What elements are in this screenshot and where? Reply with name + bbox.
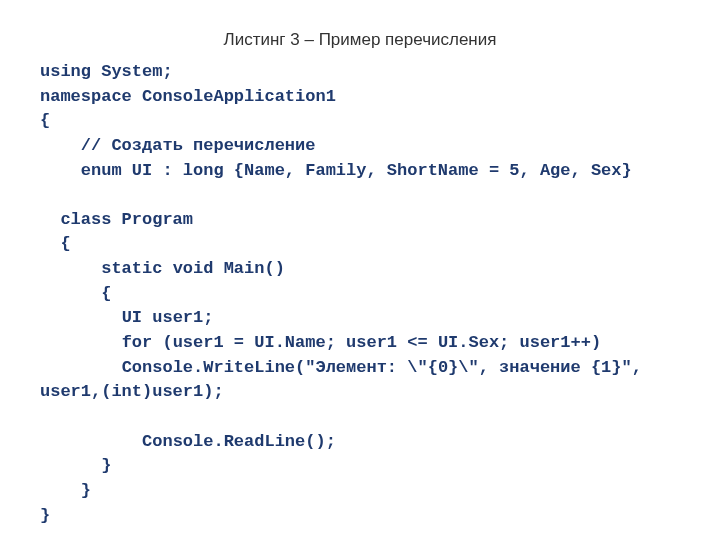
listing-title: Листинг 3 – Пример перечисления <box>40 30 680 50</box>
code-listing: using System; namespace ConsoleApplicati… <box>40 60 680 528</box>
